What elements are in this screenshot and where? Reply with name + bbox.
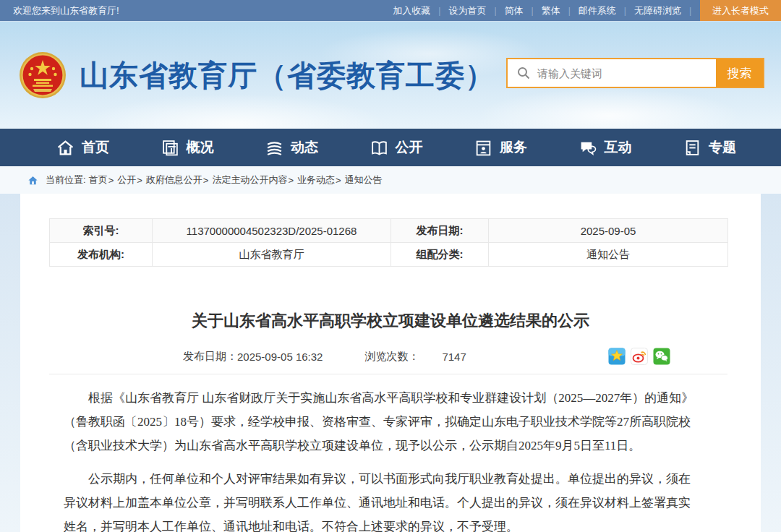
overview-icon	[161, 139, 179, 157]
index-number-label: 索引号:	[50, 219, 153, 243]
article-paragraph: 根据《山东省教育厅 山东省财政厅关于实施山东省高水平高职学校和专业群建设计划（2…	[64, 386, 701, 458]
breadcrumb-separator: >	[336, 175, 341, 186]
accessibility-link[interactable]: 无障碍浏览	[634, 4, 681, 17]
topics-doc-icon	[683, 139, 701, 157]
page-background: 索引号: 11370000004502323D/2025-01268 发布日期:…	[0, 194, 781, 532]
table-row: 索引号: 11370000004502323D/2025-01268 发布日期:…	[50, 219, 728, 243]
site-title: 山东省教育厅（省委教育工委）	[80, 56, 495, 95]
set-homepage-link[interactable]: 设为首页	[448, 4, 486, 17]
wechat-share-icon[interactable]	[653, 348, 670, 365]
article-meta-left: 发布日期： 2025-09-05 16:32 浏览次数： 7147	[183, 350, 466, 364]
breadcrumb-item-gov-info[interactable]: 政府信息公开	[146, 173, 202, 186]
table-row: 发布机构: 山东省教育厅 组配分类: 通知公告	[50, 243, 728, 267]
article-title: 关于山东省高水平高职学校立项建设单位遴选结果的公示	[20, 310, 761, 332]
breadcrumb-item-disclosure[interactable]: 公开	[117, 173, 136, 186]
search-icon	[517, 66, 530, 80]
breadcrumb-item-notices[interactable]: 通知公告	[345, 173, 383, 186]
chat-bubbles-icon	[579, 139, 597, 157]
search-input-wrap	[508, 59, 716, 87]
simplified-chinese-link[interactable]: 简体	[505, 4, 524, 17]
article-publish-value: 2025-09-05 16:32	[237, 351, 323, 363]
breadcrumb-separator: >	[203, 175, 209, 186]
traditional-chinese-link[interactable]: 繁体	[542, 4, 560, 17]
separator: |	[532, 6, 534, 16]
views-value: 7147	[442, 351, 466, 363]
separator: |	[624, 6, 626, 16]
content-card: 索引号: 11370000004502323D/2025-01268 发布日期:…	[20, 194, 761, 532]
breadcrumb-label: 当前位置:	[46, 173, 86, 186]
news-stack-icon	[265, 139, 283, 157]
breadcrumb: 当前位置: 首页 > 公开 > 政府信息公开 > 法定主动公开内容 > 业务动态…	[0, 166, 781, 194]
views-label: 浏览次数：	[364, 350, 419, 364]
mail-system-link[interactable]: 邮件系统	[579, 4, 616, 17]
nav-item-news[interactable]: 动态	[265, 138, 318, 157]
breadcrumb-separator: >	[137, 175, 142, 186]
nav-item-services[interactable]: 服务	[474, 138, 527, 157]
nav-item-home[interactable]: 首页	[56, 138, 109, 157]
national-emblem-logo	[19, 51, 67, 99]
breadcrumb-home-icon	[27, 175, 38, 186]
separator: |	[568, 6, 571, 16]
publisher-value: 山东省教育厅	[153, 243, 391, 267]
share-buttons	[608, 348, 670, 365]
nav-item-interaction[interactable]: 互动	[579, 138, 632, 157]
weibo-share-icon[interactable]	[631, 348, 648, 365]
breadcrumb-separator: >	[288, 175, 294, 186]
breadcrumb-item-business[interactable]: 业务动态	[297, 173, 335, 186]
article-publish-label: 发布日期：	[183, 350, 237, 364]
elder-mode-button[interactable]: 进入长者模式	[700, 0, 781, 21]
add-favorite-link[interactable]: 加入收藏	[393, 4, 430, 17]
breadcrumb-separator: >	[108, 175, 114, 186]
publish-date-value: 2025-09-05	[489, 219, 728, 243]
nav-label: 首页	[82, 138, 109, 157]
welcome-text: 欢迎您来到山东省教育厅!	[13, 4, 119, 17]
nav-label: 服务	[500, 138, 527, 157]
breadcrumb-item-statutory[interactable]: 法定主动公开内容	[212, 173, 287, 186]
search-input[interactable]	[508, 59, 716, 87]
index-number-value: 11370000004502323D/2025-01268	[153, 219, 391, 243]
top-utility-bar: 欢迎您来到山东省教育厅! 加入收藏 | 设为首页 | 简体 | 繁体 | 邮件系…	[0, 0, 781, 22]
document-meta-table: 索引号: 11370000004502323D/2025-01268 发布日期:…	[49, 218, 728, 267]
nav-label: 动态	[291, 138, 318, 157]
nav-label: 互动	[605, 138, 632, 157]
article-body: 根据《山东省教育厅 山东省财政厅关于实施山东省高水平高职学校和专业群建设计划（2…	[64, 386, 701, 532]
qzone-share-icon[interactable]	[608, 348, 626, 365]
category-value: 通知公告	[489, 243, 728, 267]
category-label: 组配分类:	[391, 243, 489, 267]
nav-label: 概况	[187, 138, 214, 157]
nav-label: 专题	[709, 138, 736, 157]
site-header: 山东省教育厅（省委教育工委） 搜索	[0, 22, 781, 129]
home-icon	[56, 139, 74, 157]
search-button[interactable]: 搜索	[716, 59, 763, 87]
open-book-icon	[370, 139, 388, 157]
main-nav: 首页 概况 动态 公开 服务	[0, 129, 781, 166]
article-paragraph: 公示期内，任何单位和个人对评审结果如有异议，可以书面形式向我厅职业教育处提出。单…	[64, 467, 701, 532]
article-meta-row: 发布日期： 2025-09-05 16:32 浏览次数： 7147	[183, 348, 670, 365]
search-box: 搜索	[506, 58, 764, 88]
publish-date-label: 发布日期:	[391, 219, 489, 243]
nav-item-disclosure[interactable]: 公开	[370, 138, 423, 157]
breadcrumb-item-home[interactable]: 首页	[89, 173, 108, 186]
publisher-label: 发布机构:	[50, 243, 153, 267]
nav-item-overview[interactable]: 概况	[161, 138, 214, 157]
nav-item-topics[interactable]: 专题	[683, 138, 736, 157]
meta-divider	[49, 374, 727, 374]
service-board-icon	[474, 139, 492, 157]
separator: |	[438, 6, 440, 16]
topbar-links: 加入收藏 | 设为首页 | 简体 | 繁体 | 邮件系统 | 无障碍浏览 | 进…	[385, 0, 781, 21]
nav-label: 公开	[396, 138, 423, 157]
separator: |	[494, 6, 496, 16]
separator: |	[689, 6, 691, 16]
